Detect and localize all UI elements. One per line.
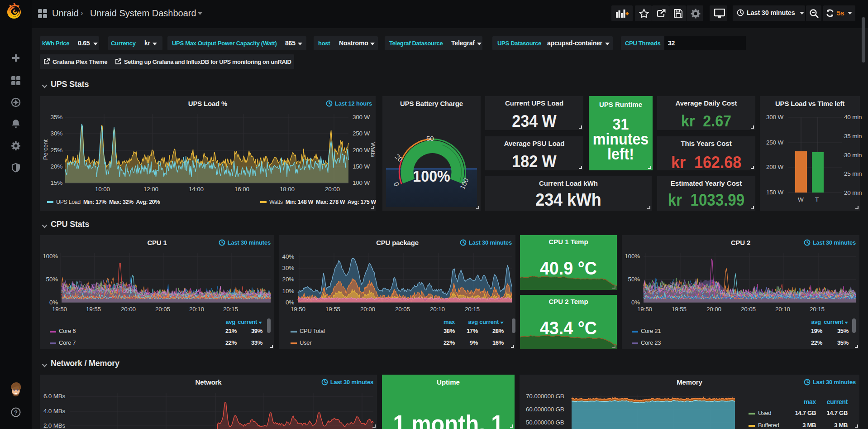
svg-text:?: ? bbox=[14, 409, 18, 416]
